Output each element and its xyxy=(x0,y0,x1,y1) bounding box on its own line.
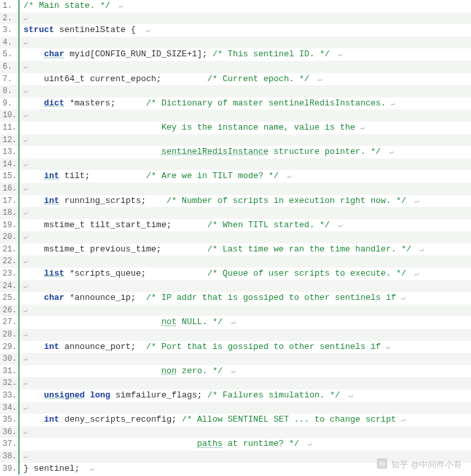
token-cm: structure pointer. */ xyxy=(268,147,381,156)
code-line: 1./* Main state. */ ↵ xyxy=(0,0,471,12)
token-cm: /* Number of scripts in execution right … xyxy=(166,196,406,206)
token-nl: ↵ xyxy=(146,26,150,34)
line-number: 18. xyxy=(0,207,20,219)
code-line: 10.↵ xyxy=(0,109,471,122)
code-line: 32.↵ xyxy=(0,377,471,390)
token-nl: ↵ xyxy=(24,14,28,22)
token-pl: *scripts_queue; xyxy=(64,268,207,278)
line-number: 39. xyxy=(0,463,20,475)
line-content: int deny_scripts_reconfig; /* Allow SENT… xyxy=(20,414,471,426)
line-content: struct sentinelState { ↵ xyxy=(20,24,471,37)
token-nl: ↵ xyxy=(24,257,28,265)
line-number: 33. xyxy=(0,390,20,402)
code-line: 3.struct sentinelState { ↵ xyxy=(0,24,471,37)
token-pl xyxy=(24,98,44,108)
token-nl: ↵ xyxy=(24,306,28,314)
line-content: int announce_port; /* Port that is gossi… xyxy=(20,341,471,354)
token-pl: simfailure_flags; xyxy=(111,390,207,400)
line-content: ↵ xyxy=(20,426,471,439)
code-line: 38.↵ xyxy=(0,450,471,463)
token-pl: tilt; xyxy=(60,171,147,181)
line-content: paths at runtime? */ ↵ xyxy=(20,438,471,450)
line-number: 4. xyxy=(0,37,20,49)
code-line: 36.↵ xyxy=(0,426,471,439)
token-nl: ↵ xyxy=(222,318,236,326)
line-number: 35. xyxy=(0,414,20,426)
line-content: ↵ xyxy=(20,158,471,171)
line-content: ↵ xyxy=(20,280,471,293)
token-nl: ↵ xyxy=(24,379,28,387)
line-number: 9. xyxy=(0,98,20,110)
token-cm: /* Dictionary of master sentinelRedisIns… xyxy=(146,98,391,108)
line-number: 31. xyxy=(0,365,20,378)
token-pl xyxy=(24,171,44,181)
code-line: 30.↵ xyxy=(0,353,471,365)
line-content: ↵ xyxy=(20,12,471,25)
token-kw: long xyxy=(90,390,110,400)
token-nl: ↵ xyxy=(309,75,323,83)
line-number: 34. xyxy=(0,402,20,414)
line-number: 29. xyxy=(0,341,20,354)
line-content: ↵ xyxy=(20,183,471,195)
line-number: 12. xyxy=(0,134,20,147)
line-content: ↵ xyxy=(20,450,471,463)
code-line: 37. paths at runtime? */ ↵ xyxy=(0,438,471,450)
token-nl: ↵ xyxy=(24,185,28,192)
line-number: 15. xyxy=(0,170,20,183)
token-ul: sentinelRedisInstance xyxy=(162,147,269,156)
token-nl: ↵ xyxy=(340,392,353,399)
line-number: 24. xyxy=(0,280,20,293)
token-pl xyxy=(24,342,44,352)
token-nl: ↵ xyxy=(90,465,94,473)
token-nl: ↵ xyxy=(24,39,28,46)
line-content: /* Main state. */ ↵ xyxy=(20,0,471,12)
line-number: 8. xyxy=(0,85,20,98)
line-content: ↵ xyxy=(20,231,471,244)
token-cm xyxy=(24,147,162,156)
code-line: 7. uint64_t current_epoch; /* Current ep… xyxy=(0,73,471,86)
token-cm: /* IP addr that is gossiped to other sen… xyxy=(146,293,401,302)
line-number: 25. xyxy=(0,292,20,304)
line-content: Key is the instance name, value is the ↵ xyxy=(20,122,471,134)
code-line: 5. char myid[CONFIG_RUN_ID_SIZE+1]; /* T… xyxy=(0,48,471,61)
token-cm: NULL. */ xyxy=(177,317,222,327)
token-nl: ↵ xyxy=(24,160,28,168)
token-kw: struct xyxy=(24,25,54,35)
code-viewer: 1./* Main state. */ ↵2.↵3.struct sentine… xyxy=(0,0,471,476)
token-kw: char xyxy=(44,293,64,302)
token-nl: ↵ xyxy=(24,111,28,119)
token-kw: int xyxy=(44,342,59,352)
token-nl: ↵ xyxy=(330,50,343,58)
line-content: ↵ xyxy=(20,109,471,122)
line-number: 16. xyxy=(0,183,20,195)
token-nl: ↵ xyxy=(24,282,28,290)
line-content: uint64_t current_epoch; /* Current epoch… xyxy=(20,73,471,86)
line-content: ↵ xyxy=(20,85,471,98)
code-line: 39.} sentinel; ↵ xyxy=(0,463,471,475)
token-ty: int xyxy=(44,196,59,206)
line-number: 2. xyxy=(0,12,20,25)
token-pl xyxy=(24,390,44,400)
line-content: ↵ xyxy=(20,329,471,341)
line-number: 22. xyxy=(0,255,20,268)
token-cm: /* Are we in TILT mode? */ xyxy=(146,171,279,181)
token-nl: ↵ xyxy=(391,100,396,107)
token-cm: /* Failures simulation. */ xyxy=(207,390,340,400)
code-line: 14.↵ xyxy=(0,158,471,171)
code-line: 29. int announce_port; /* Port that is g… xyxy=(0,341,471,354)
token-pl xyxy=(24,293,44,302)
token-ty: char xyxy=(44,49,64,59)
token-nl: ↵ xyxy=(24,87,28,95)
token-cm: /* Allow SENTINEL SET ... to change scri… xyxy=(182,414,401,424)
token-ty: int xyxy=(44,171,59,181)
token-pl: } sentinel; xyxy=(24,464,90,473)
token-pl xyxy=(24,49,44,59)
code-line: 19. mstime_t tilt_start_time; /* When TI… xyxy=(0,219,471,232)
token-nl: ↵ xyxy=(401,294,406,302)
line-content: mstime_t tilt_start_time; /* When TITL s… xyxy=(20,219,471,232)
token-pl xyxy=(24,268,44,278)
code-line: 21. mstime_t previous_time; /* Last time… xyxy=(0,244,471,256)
line-number: 14. xyxy=(0,158,20,171)
line-content: ↵ xyxy=(20,134,471,147)
token-pl xyxy=(24,196,44,206)
